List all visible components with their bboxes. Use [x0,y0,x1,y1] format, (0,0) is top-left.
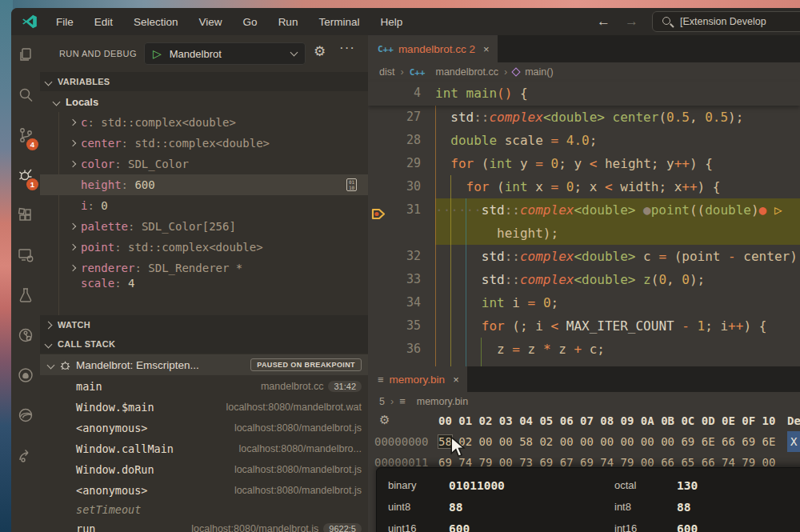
code-line-31[interactable]: 31······std::complex<double> ●point((dou… [368,198,800,222]
code-line-35[interactable]: 35 for (; i < MAX_ITER_COUNT - 1; i++) { [368,314,800,338]
nav-forward-icon[interactable]: → [625,14,638,30]
more-actions-icon[interactable]: ··· [339,40,355,56]
watch-section-header[interactable]: WATCH [40,315,368,334]
line-number[interactable]: 35 [389,314,421,338]
breadcrumb-file[interactable]: mandelbrot.cc [436,66,499,78]
frame-location: mandelbrot.cc [261,381,324,392]
activity-gitlens[interactable] [11,315,40,355]
selected-byte[interactable]: 58 [438,435,452,448]
line-number[interactable]: 28 [389,129,421,152]
stack-frame-row[interactable]: <anonymous>localhost:8080/mandelbrot.js [40,480,368,501]
breadcrumb-folder[interactable]: dist [379,66,394,78]
line-number[interactable]: 31 [389,198,421,222]
variables-section-header[interactable]: VARIABLES [40,72,368,91]
menu-help[interactable]: Help [370,13,413,31]
decoded-char[interactable]: X [787,431,800,452]
breadcrumb-symbol[interactable]: main() [525,66,553,78]
files-icon [17,46,34,64]
hex-row[interactable]: 00000000 58 02 00 00 58 02 00 00 00 00 0… [368,431,800,452]
code-line-36[interactable]: 36 z = z * z + c; [368,338,800,361]
activity-github[interactable] [11,355,40,395]
line-number[interactable]: 29 [389,152,421,175]
activity-edge-devtools[interactable] [11,395,40,435]
code-line-29[interactable]: 29 for (int y = 0; y < height; y++) { [368,152,800,175]
inspector-value: 01011000 [449,479,614,492]
variable-row-c[interactable]: c: std::complex<double> [40,112,368,133]
stack-frame-row[interactable]: <anonymous>localhost:8080/mandelbrot.js [40,418,368,438]
launch-config-dropdown[interactable]: ▷ Mandelbrot [144,42,306,65]
code-line-wrap[interactable]: height); [368,222,800,245]
command-center-search[interactable]: [Extension Develop [652,11,800,32]
menu-edit[interactable]: Edit [84,13,123,31]
hex-settings-gear-icon[interactable]: ⚙ [379,413,390,427]
code-line-34[interactable]: 34 int i = 0; [368,291,800,314]
code-line-32[interactable]: 32 std::complex<double> c = (point - cen… [368,245,800,268]
line-number[interactable]: 32 [389,245,421,268]
menu-run[interactable]: Run [268,13,309,31]
stack-frame-row[interactable]: mainmandelbrot.cc31:42 [40,376,368,397]
breadcrumb-index[interactable]: 5 [379,396,385,407]
code-line-27[interactable]: 27 std::complex<double> center(0.5, 0.5)… [368,106,800,129]
call-stack-section-header[interactable]: CALL STACK [40,334,368,354]
debug-settings-gear-icon[interactable]: ⚙ [314,43,326,60]
breakpoint-current-line-icon[interactable] [371,204,386,227]
frame-name: setTimeout [76,503,141,516]
code-token [674,318,682,334]
close-icon[interactable]: × [483,43,490,55]
activity-remote-explorer[interactable] [11,235,40,275]
nav-back-icon[interactable]: ← [597,14,610,30]
line-number[interactable]: 27 [389,106,421,129]
code-token [605,110,613,125]
stack-frame-row[interactable]: Window.doRunlocalhost:8080/mandelbrot.js [40,459,368,480]
menu-selection[interactable]: Selection [123,13,189,31]
menu-terminal[interactable]: Terminal [308,13,370,31]
tab-memory-bin[interactable]: ≡ memory.bin × [368,366,467,392]
variable-row-scale[interactable]: scale: 4 [40,278,368,287]
activity-explorer[interactable] [11,35,40,75]
hex-bytes[interactable]: 02 00 00 58 02 00 00 00 00 00 00 69 6E 6… [452,435,776,448]
line-number[interactable]: 34 [389,291,421,314]
variable-row-point[interactable]: point: std::complex<double> [40,237,368,258]
breadcrumb-file[interactable]: memory.bin [417,396,468,407]
activity-extensions[interactable] [11,195,40,235]
activity-live-share[interactable] [11,435,40,475]
menu-file[interactable]: File [46,13,84,31]
start-debug-icon[interactable]: ▷ [153,47,162,60]
inline-breakpoint-gray-icon: ● [635,202,650,218]
locals-scope-row[interactable]: Locals [40,91,368,112]
activity-search[interactable] [11,75,40,115]
code-line-30[interactable]: 30 for (int x = 0; x < width; x++) { [368,175,800,198]
code-line-sticky-4[interactable]: 4int main() { [368,82,800,105]
variable-row-height[interactable]: height: 60001 10 [40,174,368,195]
line-number[interactable]: 30 [389,175,421,198]
activity-testing[interactable] [11,275,40,315]
variable-row-palette[interactable]: palette: SDL_Color[256] [40,216,368,237]
stack-frame-row[interactable]: setTimeout [40,501,368,518]
share-arrow-icon [17,446,34,464]
tab-mandelbrot-cc[interactable]: C++ mandelbrot.cc 2 × [368,35,498,62]
code-line-33[interactable]: 33 std::complex<double> z(0, 0); [368,268,800,291]
code-line-28[interactable]: 28 double scale = 4.0; [368,129,800,152]
breadcrumb: dist › C++ mandelbrot.cc › main() [368,62,800,82]
stack-frame-row[interactable]: Window.callMainlocalhost:8080/mandelbro.… [40,438,368,459]
stack-frame-row[interactable]: Window.$mainlocalhost:8080/mandelbrot.wa… [40,397,368,418]
variable-row-center[interactable]: center: std::complex<double> [40,133,368,154]
code-token: ) { [690,156,713,171]
code-token: * [543,342,551,357]
variable-row-i[interactable]: i: 0 [40,195,368,216]
activity-source-control[interactable]: 4 [11,115,40,155]
menu-view[interactable]: View [189,13,233,31]
line-number[interactable]: 36 [389,338,421,361]
debug-session-row[interactable]: Mandelbrot: Emscripten... PAUSED ON BREA… [40,354,368,375]
close-icon[interactable]: × [453,374,459,386]
variable-row-renderer[interactable]: renderer: SDL_Renderer * [40,258,368,278]
line-number[interactable]: 4 [389,82,421,105]
line-number[interactable]: 33 [389,268,421,291]
activity-run-debug[interactable]: 1 [11,155,40,195]
stack-frame-row[interactable]: runlocalhost:8080/mandelbrot.js9622:5 [40,518,368,532]
code-token: { [512,86,527,101]
menu-go[interactable]: Go [233,13,268,31]
variable-row-color[interactable]: color: SDL_Color [40,154,368,174]
binary-view-icon[interactable]: 01 10 [346,178,357,191]
sticky-scroll-line[interactable]: 4int main() { [368,82,800,106]
